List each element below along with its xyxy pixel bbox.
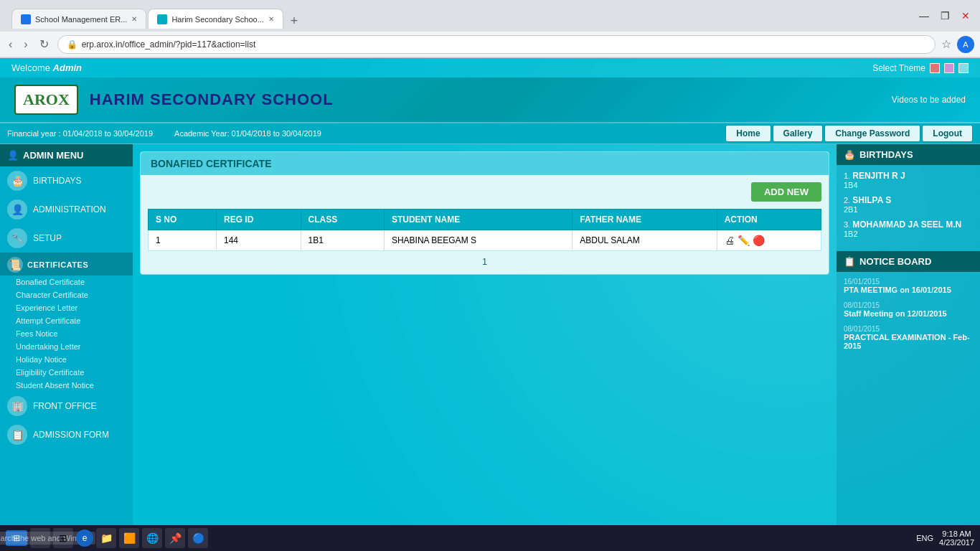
panel-title: BONAFIED CERTIFICATE	[141, 152, 829, 175]
bookmark-button[interactable]: ☆	[941, 37, 951, 51]
birthdays-header: 🎂 BIRTHDAYS	[837, 144, 980, 165]
sidebar-item-setup-label: SETUP	[33, 233, 62, 243]
sidebar-item-front-office-label: FRONT OFFICE	[33, 401, 96, 411]
cell-class: 1B1	[301, 230, 384, 251]
welcome-message: Welcome Admin	[11, 62, 82, 73]
tab-label-1: School Management ER...	[35, 15, 127, 24]
admin-menu-icon: 👤	[7, 150, 19, 161]
sidebar-item-admission-form-label: ADMISSION FORM	[33, 430, 109, 440]
notice-text-2: Staff Meeting on 12/01/2015	[844, 309, 973, 318]
sidebar-item-front-office[interactable]: 🏢 FRONT OFFICE	[0, 392, 133, 420]
close-button[interactable]: ✕	[957, 10, 974, 22]
cell-student-name: SHABINA BEEGAM S	[384, 230, 572, 251]
sidebar-holiday-notice[interactable]: Holiday Notice	[0, 353, 133, 366]
cell-action: 🖨 ✏️ 🔴	[717, 230, 821, 251]
financial-year: Financial year : 01/04/2018 to 30/04/201…	[7, 129, 153, 138]
forward-button[interactable]: ›	[21, 37, 30, 52]
tab-school-management[interactable]: School Management ER... ✕	[11, 9, 146, 29]
sidebar-item-administration[interactable]: 👤 ADMINISTRATION	[0, 195, 133, 224]
user-avatar[interactable]: A	[957, 36, 974, 53]
taskbar-language: ENG	[916, 534, 933, 542]
edit-button[interactable]: ✏️	[738, 235, 750, 246]
theme-label: Select Theme	[872, 63, 925, 73]
new-tab-button[interactable]: +	[285, 14, 304, 29]
taskbar-app2[interactable]: 📌	[165, 528, 185, 548]
notice-icon: 📋	[844, 256, 855, 267]
taskbar-edge[interactable]: e	[76, 529, 93, 547]
tab-close-1[interactable]: ✕	[131, 15, 137, 23]
url-text: erp.arox.in/office_admin/?pid=117&action…	[82, 39, 256, 50]
change-password-button[interactable]: Change Password	[824, 125, 920, 142]
academic-year: Academic Year: 01/04/2018 to 30/04/2019	[174, 129, 321, 138]
taskbar-time: 9:18 AM 4/23/2017	[939, 529, 974, 547]
sidebar-character-certificate[interactable]: Character Certificate	[0, 288, 133, 301]
birthday-name-3: MOHAMMAD JA SEEL M.N	[852, 220, 961, 230]
notice-date-1: 16/01/2015	[844, 278, 973, 286]
birthday-item-1: 1. RENJITH R J 1B4	[844, 171, 973, 189]
logout-button[interactable]: Logout	[922, 125, 973, 142]
gallery-button[interactable]: Gallery	[773, 125, 824, 142]
notice-date-2: 08/01/2015	[844, 301, 973, 309]
taskbar-app3[interactable]: 🔵	[188, 528, 208, 548]
taskbar-search-icon[interactable]	[30, 528, 50, 548]
cell-sno: 1	[149, 230, 217, 251]
taskbar-app1[interactable]: 🟧	[119, 528, 139, 548]
theme-teal[interactable]	[958, 63, 969, 73]
right-panel: 🎂 BIRTHDAYS 1. RENJITH R J 1B4 2. SHILPA…	[837, 144, 980, 551]
videos-text: Videos to be added	[892, 95, 966, 105]
back-button[interactable]: ‹	[6, 37, 15, 52]
sidebar-item-setup[interactable]: 🔧 SETUP	[0, 224, 133, 253]
notice-text-3: PRACTICAL EXAMINATION - Feb-2015	[844, 333, 973, 350]
admin-menu-header: 👤 ADMIN MENU	[0, 144, 133, 166]
bonafied-table: S NO REG ID CLASS STUDENT NAME FATHER NA…	[148, 209, 821, 251]
sidebar-bonafied-certificate[interactable]: Bonafied Certificate	[0, 276, 133, 288]
notice-item-3: 08/01/2015 PRACTICAL EXAMINATION - Feb-2…	[844, 325, 973, 350]
sidebar-experience-letter[interactable]: Experience Letter	[0, 301, 133, 314]
maximize-button[interactable]: ❐	[936, 10, 954, 22]
home-button[interactable]: Home	[725, 125, 771, 142]
sidebar-undertaking-letter[interactable]: Undertaking Letter	[0, 340, 133, 353]
taskbar: ⊞ ⊞ e 📁 🟧 🌐 📌 🔵 ENG 9:18 AM 4/23/2017	[0, 525, 980, 551]
content-area: BONAFIED CERTIFICATE ADD NEW S NO REG ID…	[133, 144, 837, 551]
certificates-icon: 📜	[7, 257, 23, 273]
birthdays-icon: 🎂	[7, 171, 27, 191]
taskbar-explorer[interactable]: 📁	[96, 528, 116, 548]
birthday-number-2: 2.	[844, 196, 850, 204]
delete-button[interactable]: 🔴	[753, 235, 765, 246]
col-class: CLASS	[301, 209, 384, 230]
refresh-button[interactable]: ↻	[37, 36, 52, 52]
birthdays-section: 🎂 BIRTHDAYS 1. RENJITH R J 1B4 2. SHILPA…	[837, 144, 980, 250]
print-button[interactable]: 🖨	[725, 235, 735, 246]
tab-close-2[interactable]: ✕	[268, 15, 274, 23]
sidebar-item-admission-form[interactable]: 📋 ADMISSION FORM	[0, 420, 133, 449]
cell-reg-id: 144	[216, 230, 301, 251]
minimize-button[interactable]: —	[915, 10, 933, 22]
notice-text-1: PTA MEETIMG on 16/01/2015	[844, 286, 973, 294]
sidebar-attempt-certificate[interactable]: Attempt Certificate	[0, 314, 133, 327]
address-bar[interactable]: 🔒 erp.arox.in/office_admin/?pid=117&acti…	[57, 35, 936, 54]
theme-red[interactable]	[930, 63, 940, 73]
sidebar-item-birthdays-label: BIRTHDAYS	[33, 176, 82, 186]
sidebar-student-absent-notice[interactable]: Student Absent Notice	[0, 379, 133, 392]
taskbar-task-view[interactable]: ⊞	[53, 528, 73, 548]
setup-icon: 🔧	[7, 228, 27, 248]
table-row: 1 144 1B1 SHABINA BEEGAM S ABDUL SALAM 🖨…	[149, 230, 821, 251]
sidebar-fees-notice[interactable]: Fees Notice	[0, 327, 133, 340]
front-office-icon: 🏢	[7, 396, 27, 416]
sidebar-eligibility-certificate[interactable]: Eligibility Certificate	[0, 366, 133, 379]
col-sno: S NO	[149, 209, 217, 230]
birthday-class-3: 1B2	[844, 230, 858, 238]
col-father-name: FATHER NAME	[573, 209, 717, 230]
theme-purple[interactable]	[944, 63, 954, 73]
sidebar-item-administration-label: ADMINISTRATION	[33, 204, 106, 215]
tab-favicon-2	[157, 14, 167, 24]
add-new-button[interactable]: ADD NEW	[751, 182, 821, 202]
notice-item-2: 08/01/2015 Staff Meeting on 12/01/2015	[844, 301, 973, 318]
app-logo: AROX	[14, 85, 78, 115]
tab-harim[interactable]: Harim Secondary Schoo... ✕	[148, 9, 283, 29]
sidebar-item-birthdays[interactable]: 🎂 BIRTHDAYS	[0, 166, 133, 195]
birthday-class-1: 1B4	[844, 181, 858, 189]
taskbar-chrome[interactable]: 🌐	[142, 528, 162, 548]
administration-icon: 👤	[7, 199, 27, 220]
birthday-name-1: RENJITH R J	[852, 171, 905, 181]
